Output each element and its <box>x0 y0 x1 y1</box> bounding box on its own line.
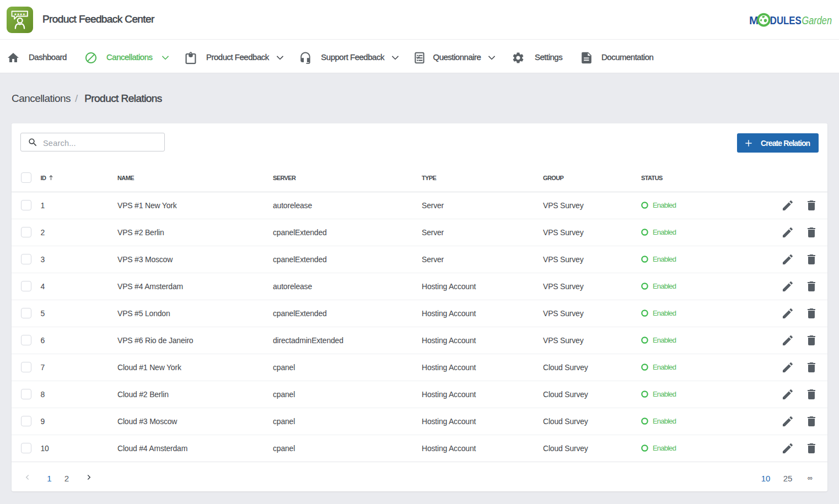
svg-text:★★★★☆: ★★★★☆ <box>14 12 29 16</box>
svg-text:Garden: Garden <box>802 14 832 26</box>
svg-text:DULES: DULES <box>770 14 802 26</box>
